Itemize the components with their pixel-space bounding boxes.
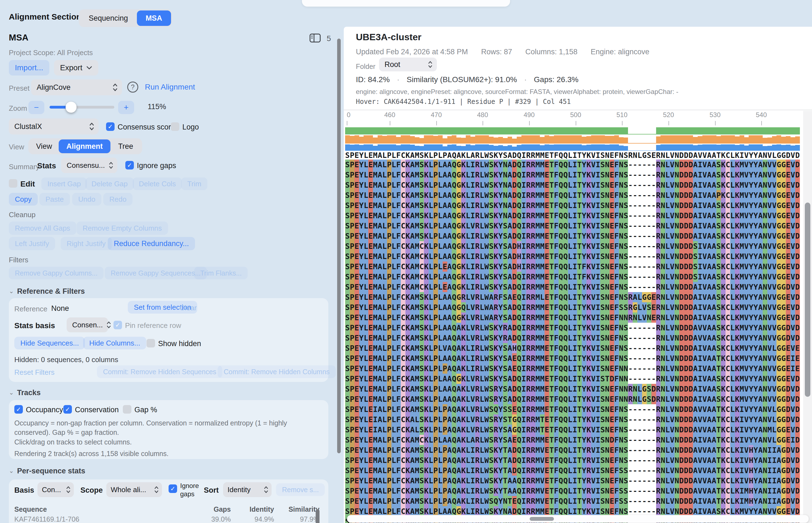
msa-row[interactable]: SPEYLEMALPLFCKAMSKLPLAAQAKLVRLWSKYRADQIR… [345,323,800,333]
import-button[interactable]: Import... [9,60,49,75]
chevron-down-icon[interactable]: ⌄ [9,389,14,396]
msa-row[interactable]: SPEYLEMALPLFCKAMSKLPLPAQAKLIRLWSKYSAEQIR… [345,363,800,374]
reference-filters-header[interactable]: Reference & Filters [17,287,85,296]
ignore-gaps-checkbox[interactable] [125,161,134,169]
msa-row[interactable]: SPEYLEMALPLFCKAMCKLPLAAQAKLARLWSRYSAEQIR… [345,435,800,445]
commit-remove-hidden-sequences-button[interactable]: Commit: Remove Hidden Sequences [97,365,222,378]
logo-checkbox[interactable] [171,122,179,131]
msa-row[interactable]: SPEYLEMALPLFCKAMSKLPLAAQGKLIRLWSKYSADQIR… [345,231,800,241]
msa-row[interactable]: SPEYLEMALPLFCKAMSKLPLPAQAKLIRLWSKYTAAQIR… [345,486,800,496]
remove-empty-columns-button[interactable]: Remove Empty Columns [77,221,168,235]
msa-row[interactable]: SPEYLEMALPLFCKAMCKLPLAAQGKLIRLWSKYSADHIR… [345,241,800,251]
delete-cols-button[interactable]: Delete Cols [133,178,182,190]
msa-row[interactable]: SPEYLEMALPLFCKAMCKLPLEAQGKLIRLWSKYSADHIR… [345,262,800,272]
sidebar-toggle-icon[interactable] [310,34,320,43]
msa-row[interactable]: SPEYLEMALPLFCKAMSKLPLPAQAKLIRLWSKYTADQIR… [345,465,800,475]
zoom-in-button[interactable]: + [118,101,134,114]
consensus-sequence-row[interactable]: SPEYLEMALPLFCKAMSKLPLPAQAKLARLWSKYSADQIR… [345,151,812,160]
msa-row[interactable]: SPEYLEMALPLFCKAMSKLPLPAQAKLIRLWSKYTADQIR… [345,445,800,455]
msa-row[interactable]: SPEYLEMALPLFCKAMCKLPLAAQGKLIRLWSKYSADHIR… [345,251,800,262]
msa-row[interactable]: SPEYLEMALPLFCKAMSKLPLVAQAKLIRLWSKYSAHQIR… [345,343,800,353]
msa-row[interactable]: SPEYLEMALPLFCKAMSKLPLAAQAKLVRLWSKYRADQIR… [345,333,800,343]
col-header-identity[interactable]: Identity [250,505,274,513]
basis-select[interactable]: Con... [37,482,74,497]
conservation-checkbox[interactable] [63,405,72,414]
msa-row[interactable]: SPEYLEMALPLFCKAMSKLPLAAQGKLIRLWSKYNADQIR… [345,160,800,170]
remove-gappy-columns-button[interactable]: Remove Gappy Columns... [9,267,104,279]
stats-select[interactable]: Consensu... [61,158,117,173]
insert-gap-button[interactable]: Insert Gap [41,178,87,190]
edit-checkbox[interactable] [9,179,17,188]
zoom-slider-knob[interactable] [66,102,77,113]
remove-gappy-sequences-button[interactable]: Remove Gappy Sequences... [105,267,207,279]
msa-row[interactable]: SPEYLEMALPLFCKAMSKLPLAAQGRLVRLWARFSAEQIR… [345,292,800,302]
col-header-similarity[interactable]: Similarity [289,505,319,513]
msa-row[interactable]: SPEYLEMALPLFCKAMSKLPLAAQAKLIRLWSKYSAEQIR… [345,353,800,363]
vertical-scrollbar[interactable] [803,111,812,523]
msa-row[interactable]: SPEYLEMALPLFCKAMCKLPLAAQGKLIRLWSKYSADQIR… [345,272,800,282]
msa-row[interactable]: SPEYLEMALPLFCKAMSKLPLAAQGKLIRLWSKYNADQIR… [345,211,800,221]
stats-basis-select[interactable]: Consen... [67,318,108,332]
msa-row[interactable]: SPEYLEMALPLFCKAMSKLPLAAQAKLVRLWSRYSADQIR… [345,384,800,394]
tab-alignment[interactable]: Alignment [59,140,110,153]
msa-row[interactable]: SPEYLEMALPLFCKAMSKLPLAAQGQLVRLWARYSADQIR… [345,302,800,312]
scope-select[interactable]: Whole ali... [106,482,162,497]
trim-flanks-button[interactable]: Trim Flanks... [194,267,247,279]
msa-row[interactable]: SPEYLEIALPLFCKAMSKLPLPAQAKLVRLWSQYSSEQIR… [345,404,800,414]
gap-pct-checkbox[interactable] [123,405,131,414]
per-seq-ignore-gaps-checkbox[interactable] [169,484,177,493]
per-sequence-stats-header[interactable]: Per-sequence stats [17,467,86,475]
export-button[interactable]: Export [54,60,98,75]
left-justify-button[interactable]: Left Justify [9,237,55,250]
msa-row[interactable]: SPEYLEMALPLFCKAMSKLPLAAQGKLIRLWSKYNADQIR… [345,170,800,180]
tracks-header[interactable]: Tracks [17,389,41,397]
commit-remove-hidden-columns-button[interactable]: Commit: Remove Hidden Columns [218,365,336,378]
tab-sequencing[interactable]: Sequencing [80,11,137,26]
preset-select[interactable]: AlignCove [31,79,122,95]
tab-msa[interactable]: MSA [137,11,171,26]
horizontal-scrollbar[interactable] [347,515,809,523]
help-icon[interactable]: ? [127,82,138,93]
horizontal-scrollbar-thumb[interactable] [530,517,554,521]
msa-row[interactable]: SPEYLEMALPLFCKAMSKLPLAAQGKLVRLWSKYSADQIR… [345,374,800,384]
occupancy-track[interactable] [345,127,800,134]
chevron-down-icon[interactable]: ⌄ [9,467,14,474]
paste-button[interactable]: Paste [39,193,70,205]
msa-row[interactable]: SPEYLEMALPLFCKAMSKLPLAAQGKLVRLWARYSADQIR… [345,312,800,323]
tab-view[interactable]: View [30,140,59,153]
right-justify-button[interactable]: Right Justify [61,237,112,250]
alignment-grid[interactable]: SPEYLEMALPLFCKAMSKLPLAAQGKLIRLWSKYNADQIR… [345,160,800,523]
consensus-score-checkbox[interactable] [106,122,115,131]
tab-tree[interactable]: Tree [110,140,141,153]
vertical-scrollbar-thumb[interactable] [805,202,810,397]
occupancy-checkbox[interactable] [14,405,23,414]
conservation-track[interactable] [345,135,800,144]
trim-button[interactable]: Trim [181,178,207,190]
msa-row[interactable]: SPEYLEIALPLFCKALSKLPLPAQAKLVRLWSRYSTGQIR… [345,414,800,425]
msa-row[interactable]: SPEYLEMALPLFCKAMSKLPLAAQGKLIRLWSKYNADQIR… [345,200,800,211]
run-alignment-button[interactable]: Run Alignment [145,83,195,91]
msa-row[interactable]: SPEYLEMALPLFCKAMSKLPLAAQGKLVRLWSKYSADQIR… [345,221,800,231]
reduce-redundancy-button[interactable]: Reduce Redundancy... [108,237,195,250]
show-hidden-checkbox[interactable] [147,339,155,347]
remove-selected-button[interactable]: Remove s... [276,483,325,496]
msa-row[interactable]: SPEYLEMALPLFCKAMSKLPLPAQAKLIRLWSKYTADQIR… [345,455,800,465]
msa-row[interactable]: SPEYLEMALPLFCKAMSKLPLAAQGKLIRLWSKYNADQIR… [345,180,800,190]
msa-row[interactable]: SPEYLEMALPLFCKAMSKLPLPAQAKLIRLWSQYNTEQIR… [345,496,800,506]
left-panel-scrollbar[interactable] [337,39,341,453]
copy-button[interactable]: Copy [9,193,38,205]
seq-row-name[interactable]: KAF7461169.1/1-706 [14,515,79,523]
redo-button[interactable]: Redo [103,193,132,205]
color-scheme-select[interactable]: ClustalX [9,119,98,134]
col-header-sequence[interactable]: Sequence [14,505,47,513]
zoom-slider[interactable] [50,106,114,109]
chevron-down-icon[interactable]: ⌄ [9,288,14,295]
msa-row[interactable]: SPEYLEMALPLFCKAMSKLPLAAQAKLVRLWSRYSADQIR… [345,394,800,404]
sort-select[interactable]: Identity [223,482,272,497]
consensus-score-track[interactable] [345,144,800,151]
col-header-gaps[interactable]: Gaps [214,505,231,513]
table-scrollbar-thumb[interactable] [316,509,319,523]
msa-row[interactable]: SPEYLEMALPLFCKAMCKLPLEAQGKLIRLWSKYSADQIR… [345,282,800,292]
zoom-out-button[interactable]: − [29,101,44,114]
delete-gap-button[interactable]: Delete Gap [86,178,134,190]
